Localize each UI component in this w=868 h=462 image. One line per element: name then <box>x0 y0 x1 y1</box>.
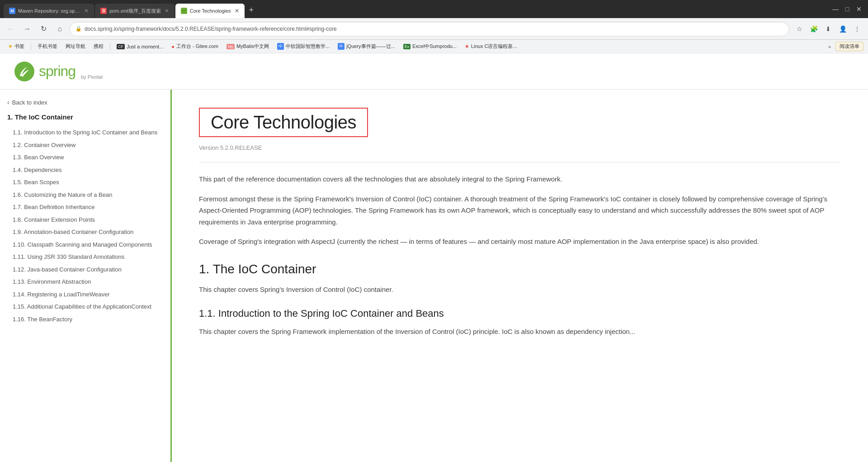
downloads-button[interactable]: ⬇ <box>822 23 835 35</box>
sidebar-section-title: 1. The IoC Container <box>7 113 163 121</box>
page-title-box: Core Technologies <box>199 108 368 137</box>
sidebar-item-15[interactable]: 1.16. The BeanFactory <box>7 313 163 326</box>
page-wrapper: ‹ Back to index 1. The IoC Container 1.1… <box>0 90 868 462</box>
window-maximize-button[interactable]: □ <box>842 4 853 14</box>
bookmark-gitee-label: 工作台 - Gitee.com <box>176 43 218 50</box>
bookmark-star-icon: ★ <box>8 43 13 49</box>
extensions-button[interactable]: 🧩 <box>807 23 820 35</box>
tab-title-1: Maven Repository: org.springfr... <box>18 8 80 14</box>
tab-favicon-2: 百 <box>100 8 107 14</box>
tab-favicon-3: 🌿 <box>181 8 187 14</box>
profile-button[interactable]: 👤 <box>836 23 849 35</box>
window-controls: — □ ✕ <box>826 0 868 18</box>
home-button[interactable]: ⌂ <box>53 23 66 35</box>
bookmark-nav[interactable]: 网址导航 <box>62 42 89 51</box>
spring-logo[interactable]: spring by Pivotal <box>14 61 103 82</box>
tab-close-1[interactable]: ✕ <box>84 8 89 14</box>
bookmark-ctrip[interactable]: 携程 <box>90 42 107 51</box>
bookmark-nav-label: 网址导航 <box>66 43 85 50</box>
bookmark-mobile-label: 手机书签 <box>38 43 57 50</box>
bookmark-jquery[interactable]: 中 jQuery事件篇——过... <box>334 42 399 51</box>
bookmarks-more[interactable]: » <box>828 44 831 49</box>
back-button[interactable]: ← <box>5 23 17 35</box>
back-to-index-label: Back to index <box>12 99 47 106</box>
svg-point-0 <box>14 62 34 81</box>
section11-intro: This chapter covers the Spring Framework… <box>199 326 841 338</box>
bookmark-jquery-label: jQuery事件篇——过... <box>346 43 395 50</box>
section1-heading: 1. The IoC Container <box>199 262 841 276</box>
bookmark-zhongru[interactable]: 中 中软国际智慧教学... <box>274 42 333 51</box>
bookmark-just-moment-icon: CF <box>117 44 125 49</box>
sidebar-item-11[interactable]: 1.12. Java-based Container Configuration <box>7 263 163 276</box>
tab-title-2: pom.xml顺序_百度搜索 <box>109 8 161 14</box>
sidebar-item-1[interactable]: 1.2. Container Overview <box>7 139 163 152</box>
intro-para-3: Coverage of Spring's integration with As… <box>199 236 841 248</box>
bookmark-mybatis-icon: My <box>226 44 235 49</box>
sidebar-item-4[interactable]: 1.5. Bean Scopes <box>7 176 163 189</box>
sidebar-item-13[interactable]: 1.14. Registering a LoadTimeWeaver <box>7 288 163 301</box>
bookmark-star-button[interactable]: ☆ <box>793 23 806 35</box>
back-arrow-icon: ‹ <box>7 99 9 106</box>
sidebar-item-10[interactable]: 1.11. Using JSR 330 Standard Annotations <box>7 251 163 263</box>
new-tab-button[interactable]: + <box>245 4 258 17</box>
bookmark-mobile[interactable]: 手机书签 <box>34 42 61 51</box>
bookmark-excel-label: Excel中Sumprodu... <box>412 43 457 50</box>
sidebar: ‹ Back to index 1. The IoC Container 1.1… <box>0 90 172 462</box>
sidebar-item-0[interactable]: 1.1. Introduction to the Spring IoC Cont… <box>7 126 163 139</box>
bookmark-label: 书签 <box>14 43 24 50</box>
sidebar-item-6[interactable]: 1.7. Bean Definition Inheritance <box>7 201 163 214</box>
bookmark-gitee[interactable]: ● 工作台 - Gitee.com <box>168 42 222 51</box>
sidebar-item-8[interactable]: 1.9. Annotation-based Container Configur… <box>7 226 163 238</box>
sidebar-item-3[interactable]: 1.4. Dependencies <box>7 164 163 176</box>
bookmark-excel-icon: Ex <box>403 44 411 49</box>
address-text: docs.spring.io/spring-framework/docs/5.2… <box>85 26 337 32</box>
intro-para-2: Foremost amongst these is the Spring Fra… <box>199 193 841 228</box>
bookmark-excel[interactable]: Ex Excel中Sumprodu... <box>400 42 460 51</box>
section11-heading: 1.1. Introduction to the Spring IoC Cont… <box>199 308 841 319</box>
content-divider-1 <box>199 162 841 162</box>
section1-intro: This chapter covers Spring's Inversion o… <box>199 284 841 295</box>
tab-close-3[interactable]: ✕ <box>235 8 239 14</box>
address-bar[interactable]: 🔒 docs.spring.io/spring-framework/docs/5… <box>70 22 789 36</box>
version-text: Version 5.2.0.RELEASE <box>199 144 841 151</box>
bookmark-separator-2 <box>110 43 110 50</box>
browser-tab-bar: M Maven Repository: org.springfr... ✕ 百 … <box>0 0 868 18</box>
sidebar-item-12[interactable]: 1.13. Environment Abstraction <box>7 276 163 288</box>
tab-close-2[interactable]: ✕ <box>165 8 169 14</box>
pivotal-text: by Pivotal <box>81 74 103 80</box>
window-minimize-button[interactable]: — <box>830 4 841 14</box>
window-close-button[interactable]: ✕ <box>854 4 864 14</box>
forward-button[interactable]: → <box>21 23 33 35</box>
sidebar-item-9[interactable]: 1.10. Classpath Scanning and Managed Com… <box>7 238 163 251</box>
sidebar-item-5[interactable]: 1.6. Customizing the Nature of a Bean <box>7 189 163 201</box>
bookmark-separator-1 <box>31 43 31 50</box>
bookmark-zhongru-label: 中软国际智慧教学... <box>286 43 330 50</box>
bookmark-linux[interactable]: ★ Linux C语言编程基... <box>461 42 520 51</box>
read-mode-button[interactable]: 阅读清单 <box>835 42 863 51</box>
browser-toolbar: ← → ↻ ⌂ 🔒 docs.spring.io/spring-framewor… <box>0 18 868 40</box>
sidebar-item-2[interactable]: 1.3. Bean Overview <box>7 151 163 164</box>
bookmark-bookmarks[interactable]: ★ 书签 <box>5 42 28 51</box>
bookmark-zhongru-icon: 中 <box>277 43 284 50</box>
browser-tab-1[interactable]: M Maven Repository: org.springfr... ✕ <box>4 4 94 18</box>
bookmark-mybatis[interactable]: My MyBatis中文网 <box>223 42 273 51</box>
sidebar-item-7[interactable]: 1.8. Container Extension Points <box>7 214 163 226</box>
sidebar-item-14[interactable]: 1.15. Additional Capabilities of the App… <box>7 300 163 313</box>
tab-favicon-1: M <box>9 8 15 14</box>
back-to-index-link[interactable]: ‹ Back to index <box>7 99 163 106</box>
spring-logo-text: spring <box>39 63 75 80</box>
bookmark-just-moment[interactable]: CF Just a moment... <box>113 43 167 51</box>
toolbar-actions: ☆ 🧩 ⬇ 👤 ⋮ <box>793 23 863 35</box>
browser-tab-2[interactable]: 百 pom.xml顺序_百度搜索 ✕ <box>95 4 175 18</box>
menu-button[interactable]: ⋮ <box>851 23 863 35</box>
bookmark-gitee-icon: ● <box>171 44 175 49</box>
bookmark-linux-icon: ★ <box>465 43 469 49</box>
browser-tab-3[interactable]: 🌿 Core Technologies ✕ <box>175 4 245 18</box>
bookmarks-bar: ★ 书签 手机书签 网址导航 携程 CF Just a moment... ● … <box>0 40 868 53</box>
reload-button[interactable]: ↻ <box>37 23 50 35</box>
bookmark-ctrip-label: 携程 <box>94 43 104 50</box>
lock-icon: 🔒 <box>75 26 82 32</box>
main-content: Core Technologies Version 5.2.0.RELEASE … <box>172 90 868 462</box>
bookmark-jquery-icon: 中 <box>338 43 344 50</box>
bookmark-just-moment-label: Just a moment... <box>127 44 163 49</box>
